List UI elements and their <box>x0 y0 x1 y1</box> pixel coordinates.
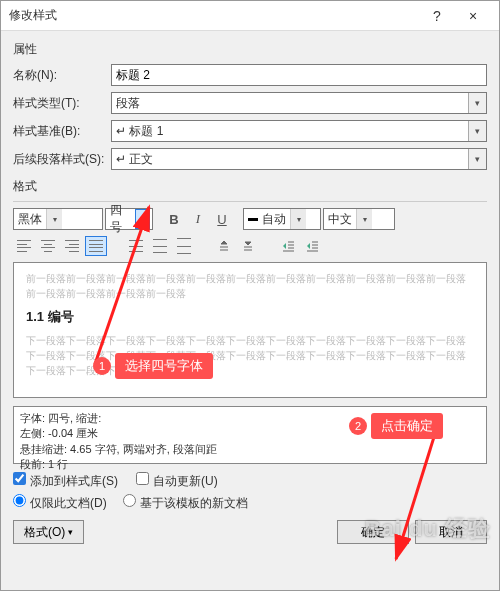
align-right-button[interactable] <box>61 236 83 256</box>
style-type-select[interactable]: 段落 ▾ <box>111 92 487 114</box>
auto-update-checkbox[interactable]: 自动更新(U) <box>136 472 218 490</box>
paragraph-toolbar <box>13 234 487 262</box>
name-input[interactable] <box>111 64 487 86</box>
space-before-inc-button[interactable] <box>213 236 235 256</box>
align-center-button[interactable] <box>37 236 59 256</box>
indent-decrease-button[interactable] <box>277 236 299 256</box>
label-follow-style: 后续段落样式(S): <box>13 151 111 168</box>
close-button[interactable]: × <box>455 2 491 30</box>
only-this-doc-radio[interactable]: 仅限此文档(D) <box>13 494 107 512</box>
language-select[interactable]: 中文▾ <box>323 208 395 230</box>
based-on-template-radio[interactable]: 基于该模板的新文档 <box>123 494 248 512</box>
help-button[interactable]: ? <box>419 2 455 30</box>
chevron-down-icon: ▾ <box>356 209 372 229</box>
chevron-down-icon: ▾ <box>468 93 486 113</box>
bold-button[interactable]: B <box>163 208 185 230</box>
label-style-type: 样式类型(T): <box>13 95 111 112</box>
font-family-select[interactable]: 黑体▾ <box>13 208 103 230</box>
section-format: 格式 <box>13 178 487 195</box>
align-left-button[interactable] <box>13 236 35 256</box>
align-justify-button[interactable] <box>85 236 107 256</box>
follow-style-select[interactable]: ↵ 正文 ▾ <box>111 148 487 170</box>
line-spacing-1_5-button[interactable] <box>149 236 171 256</box>
style-preview: 前一段落前一段落前一段落前一段落前一段落前一段落前一段落前一段落前一段落前一段落… <box>13 262 487 398</box>
preview-heading: 1.1 编号 <box>26 307 474 327</box>
font-color-select[interactable]: 自动▾ <box>243 208 321 230</box>
label-style-base: 样式基准(B): <box>13 123 111 140</box>
chevron-down-icon: ▾ <box>46 209 62 229</box>
format-toolbar: 黑体▾ 四号▾ B I U 自动▾ 中文▾ <box>13 208 487 230</box>
dialog-title: 修改样式 <box>9 7 419 24</box>
chevron-down-icon: ▾ <box>468 121 486 141</box>
line-spacing-1-button[interactable] <box>125 236 147 256</box>
line-spacing-2-button[interactable] <box>173 236 195 256</box>
style-description: 字体: 四号, 缩进: 左侧: -0.04 厘米 悬挂缩进: 4.65 字符, … <box>13 406 487 464</box>
italic-button[interactable]: I <box>187 208 209 230</box>
chevron-down-icon: ▾ <box>468 149 486 169</box>
preview-before-text: 前一段落前一段落前一段落前一段落前一段落前一段落前一段落前一段落前一段落前一段落… <box>26 271 474 301</box>
chevron-down-icon: ▾ <box>135 209 150 229</box>
divider <box>13 201 487 202</box>
modify-style-dialog: 修改样式 ? × 属性 名称(N): 样式类型(T): 段落 ▾ 样式基准(B)… <box>0 0 500 591</box>
space-before-dec-button[interactable] <box>237 236 259 256</box>
preview-after-text: 下一段落下一段落下一段落下一段落下一段落下一段落下一段落下一段落下一段落下一段落… <box>26 333 474 378</box>
label-name: 名称(N): <box>13 67 111 84</box>
style-base-select[interactable]: ↵ 标题 1 ▾ <box>111 120 487 142</box>
section-properties: 属性 <box>13 41 487 58</box>
watermark: Bai du 经验 <box>365 514 491 544</box>
format-menu-button[interactable]: 格式(O) ▾ <box>13 520 84 544</box>
indent-increase-button[interactable] <box>301 236 323 256</box>
titlebar: 修改样式 ? × <box>1 1 499 31</box>
underline-button[interactable]: U <box>211 208 233 230</box>
chevron-down-icon: ▾ <box>290 209 306 229</box>
add-to-gallery-checkbox[interactable]: 添加到样式库(S) <box>13 472 118 490</box>
font-size-select[interactable]: 四号▾ <box>105 208 153 230</box>
